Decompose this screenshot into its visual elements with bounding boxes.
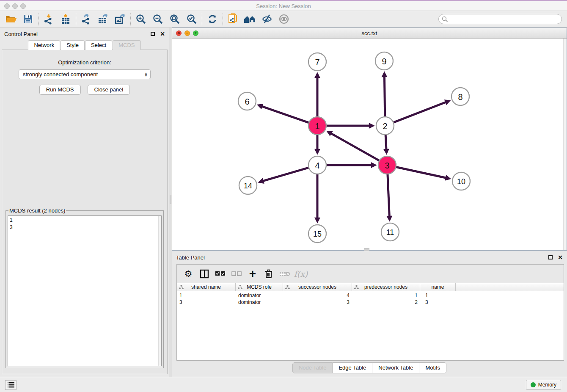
zoom-in-icon — [135, 14, 146, 25]
result-line: 3 — [10, 224, 160, 231]
run-mcds-button[interactable]: Run MCDS — [39, 85, 81, 95]
mcds-result-textarea[interactable]: 1 3 — [8, 215, 162, 366]
tab-style[interactable]: Style — [61, 40, 85, 50]
splitter-grip[interactable] — [170, 195, 171, 204]
cell-shared-name: 3 — [177, 299, 236, 306]
unchecked-boxes-icon — [231, 271, 242, 276]
export-image-button[interactable] — [112, 12, 129, 26]
node-4[interactable]: 4 — [308, 156, 326, 174]
close-panel-icon[interactable]: ✕ — [160, 30, 165, 37]
criterion-value: strongly connected component — [23, 71, 98, 77]
delete-column-button[interactable] — [261, 267, 276, 281]
node-10[interactable]: 10 — [452, 172, 470, 190]
tab-network-table[interactable]: Network Table — [372, 362, 419, 373]
edge-1-6[interactable] — [261, 106, 310, 123]
column-header-mcds-role[interactable]: MCDS role — [236, 283, 283, 291]
table-toolbar: ⚙ — [177, 265, 564, 283]
deselect-all-button[interactable] — [229, 267, 244, 281]
node-1[interactable]: 1 — [308, 117, 326, 135]
hierarchy-icon — [238, 285, 242, 290]
network-canvas[interactable]: 7968124310141511 — [172, 39, 563, 250]
table-tabs: Node Table Edge Table Network Table Moti… — [172, 362, 567, 373]
hide-panels-button[interactable] — [259, 12, 275, 26]
hierarchy-icon — [179, 285, 184, 290]
search-field[interactable] — [438, 14, 562, 24]
column-header-successor-nodes[interactable]: successor nodes — [283, 283, 352, 291]
close-panel-button[interactable]: Close panel — [88, 85, 130, 95]
network-overview-button[interactable] — [242, 12, 259, 26]
column-header-name[interactable]: name — [420, 283, 456, 291]
node-15[interactable]: 15 — [308, 225, 326, 243]
table-panel: Table Panel ✕ ⚙ — [172, 251, 567, 377]
table-header: shared name MCDS role successor nodes — [177, 283, 564, 291]
zoom-in-button[interactable] — [132, 12, 149, 26]
float-table-panel-icon[interactable] — [548, 255, 553, 259]
duplicate-network-button[interactable] — [225, 12, 242, 26]
show-panels-button[interactable] — [275, 12, 292, 26]
network-window-titlebar[interactable]: ✕ − + scc.txt — [172, 28, 567, 39]
edge-3-11[interactable] — [388, 173, 390, 218]
zoom-selected-button[interactable] — [183, 12, 200, 26]
edge-2-8[interactable] — [393, 102, 447, 123]
show-columns-button[interactable] — [197, 267, 212, 281]
edge-4-14[interactable] — [262, 167, 310, 181]
export-table-button[interactable] — [95, 12, 112, 26]
table-row[interactable]: 3 dominator 3 2 3 — [177, 299, 564, 306]
node-14[interactable]: 14 — [239, 177, 257, 194]
node-6[interactable]: 6 — [238, 92, 256, 110]
tab-edge-table[interactable]: Edge Table — [333, 362, 372, 373]
open-file-button[interactable] — [3, 12, 19, 26]
cell-successor-nodes: 3 — [283, 299, 352, 306]
select-all-button[interactable] — [213, 267, 228, 281]
criterion-dropdown[interactable]: strongly connected component ▲▼ — [19, 69, 151, 79]
save-session-button[interactable] — [19, 12, 36, 26]
edge-2-9[interactable] — [384, 75, 385, 118]
table-settings-button[interactable]: ⚙ — [181, 267, 195, 281]
memory-status-icon — [531, 382, 536, 387]
import-table-button[interactable] — [57, 12, 74, 26]
node-8[interactable]: 8 — [451, 88, 469, 105]
search-input[interactable] — [448, 16, 561, 22]
checked-boxes-icon — [215, 271, 226, 276]
memory-button[interactable]: Memory — [526, 380, 561, 390]
zoom-fit-button[interactable] — [166, 12, 183, 26]
node-7[interactable]: 7 — [308, 53, 326, 71]
network-vertical-scrollbar[interactable] — [563, 39, 567, 250]
tab-select[interactable]: Select — [85, 40, 112, 50]
main-toolbar — [0, 11, 567, 28]
node-9[interactable]: 9 — [375, 52, 393, 70]
network-graph[interactable]: 7968124310141511 — [172, 39, 564, 248]
svg-text:7: 7 — [315, 58, 319, 67]
refresh-view-button[interactable] — [204, 12, 221, 26]
home-icon — [243, 14, 257, 24]
toolbar-separator — [130, 13, 131, 25]
float-panel-icon[interactable] — [151, 32, 155, 36]
node-2[interactable]: 2 — [376, 117, 394, 135]
export-network-button[interactable] — [78, 12, 95, 26]
tab-network[interactable]: Network — [28, 40, 60, 50]
node-3[interactable]: 3 — [378, 156, 396, 174]
task-history-button[interactable] — [5, 380, 17, 390]
import-network-button[interactable] — [40, 12, 57, 26]
hierarchy-icon — [285, 285, 290, 290]
zoom-out-button[interactable] — [149, 12, 166, 26]
zoom-fit-icon — [169, 14, 180, 25]
import-table-icon — [60, 14, 71, 25]
horizontal-splitter-grip[interactable] — [364, 248, 369, 251]
app-titlebar: Session: New Session — [0, 0, 567, 11]
tab-node-table[interactable]: Node Table — [292, 362, 333, 373]
cell-predecessor-nodes: 1 — [352, 293, 420, 299]
edge-3-10[interactable] — [395, 167, 447, 178]
column-header-predecessor-nodes[interactable]: predecessor nodes — [352, 283, 420, 291]
column-header-shared-name[interactable]: shared name — [177, 283, 236, 291]
svg-text:1: 1 — [315, 121, 319, 131]
edge-2-3[interactable] — [385, 134, 386, 151]
tab-mcds[interactable]: MCDS — [113, 40, 140, 50]
result-scrollbar[interactable] — [158, 216, 161, 366]
add-column-button[interactable]: + — [245, 267, 260, 281]
node-11[interactable]: 11 — [381, 223, 399, 241]
close-table-panel-icon[interactable]: ✕ — [558, 254, 563, 261]
table-row[interactable]: 1 dominator 4 1 1 — [177, 293, 564, 299]
edge-3-1[interactable] — [330, 133, 380, 161]
tab-motifs[interactable]: Motifs — [419, 362, 446, 373]
